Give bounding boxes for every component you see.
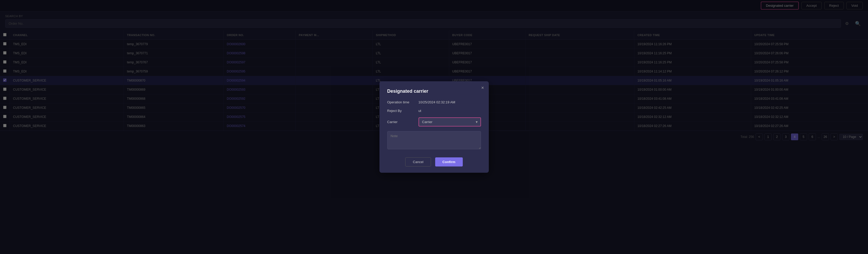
form-row-reject-by: Reject By ut (387, 109, 481, 113)
form-row-note (387, 131, 481, 155)
reject-by-label: Reject By (387, 109, 418, 113)
carrier-select[interactable]: Carrier (418, 117, 481, 126)
form-row-carrier: Carrier Carrier ▼ (387, 117, 481, 126)
modal-close-button[interactable]: × (481, 85, 484, 90)
modal-dialog: Designated carrier × Operation time 10/2… (379, 81, 489, 173)
form-row-operation-time: Operation time 10/25/2024 02:32:19 AM (387, 100, 481, 104)
cancel-button[interactable]: Cancel (405, 157, 431, 167)
reject-by-value: ut (418, 109, 422, 113)
carrier-label: Carrier (387, 120, 418, 124)
confirm-button[interactable]: Confirm (435, 157, 463, 167)
carrier-select-wrapper: Carrier ▼ (418, 117, 481, 126)
modal-overlay: Designated carrier × Operation time 10/2… (0, 0, 868, 254)
modal-title: Designated carrier (387, 88, 481, 94)
operation-time-value: 10/25/2024 02:32:19 AM (418, 100, 456, 104)
note-textarea[interactable] (387, 131, 481, 149)
operation-time-label: Operation time (387, 100, 418, 104)
modal-buttons: Cancel Confirm (387, 157, 481, 167)
